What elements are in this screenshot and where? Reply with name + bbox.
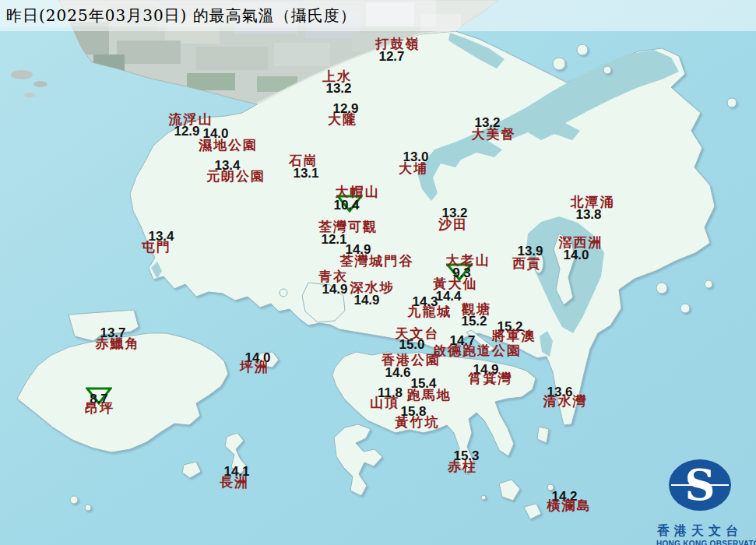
station-name: 九龍城 bbox=[408, 305, 452, 318]
station-name: 元朗公園 bbox=[206, 170, 265, 183]
station-value: 13.1 bbox=[293, 167, 318, 180]
station-name: 觀塘 bbox=[462, 303, 491, 316]
station-name: 荃灣城門谷 bbox=[340, 255, 414, 268]
station-name: 滘西洲 bbox=[559, 236, 603, 249]
station-name: 長洲 bbox=[220, 476, 249, 489]
hko-logo-text-en: HONG KONG OBSERVATORY bbox=[656, 540, 744, 545]
station-name: 將軍澳 bbox=[492, 329, 536, 343]
station-name: 香港公園 bbox=[382, 353, 441, 367]
map-title: 昨日(2025年03月30日) 的最高氣溫（攝氏度） bbox=[6, 5, 357, 26]
svg-text:S: S bbox=[685, 460, 716, 510]
station-name: 荃灣可觀 bbox=[318, 220, 378, 234]
station-name: 啟德跑道公園 bbox=[433, 344, 522, 357]
station-value: 13.8 bbox=[575, 208, 601, 221]
stations-layer: 12.7打鼓嶺13.2上水12.9大隴12.9流浮山14.0濕地公園13.2大美… bbox=[0, 0, 756, 545]
station-name: 跑馬地 bbox=[407, 389, 452, 402]
station-name: 沙田 bbox=[438, 218, 468, 231]
station-name: 大帽山 bbox=[336, 185, 380, 199]
station-name: 大老山 bbox=[446, 254, 491, 267]
station-name: 昂坪 bbox=[85, 402, 114, 415]
station-value: 10.4 bbox=[333, 199, 359, 212]
station-name: 大隴 bbox=[328, 113, 357, 126]
station-name: 深水埗 bbox=[350, 281, 395, 294]
station-name: 坪洲 bbox=[240, 360, 269, 374]
hko-logo-text-cn: 香港天文台 bbox=[656, 523, 744, 540]
station-name: 赤柱 bbox=[448, 460, 477, 473]
station-name: 石崗 bbox=[289, 154, 318, 167]
station-name: 濕地公園 bbox=[199, 139, 258, 152]
station-name: 山頂 bbox=[370, 396, 399, 410]
station-name: 清水灣 bbox=[543, 395, 588, 408]
station-name: 筲箕灣 bbox=[469, 372, 513, 385]
station-name: 大美督 bbox=[472, 128, 516, 141]
hko-logo-icon: S bbox=[656, 453, 744, 519]
station-value: 12.1 bbox=[321, 233, 346, 246]
station-name: 流浮山 bbox=[169, 113, 213, 126]
station-name: 北潭涌 bbox=[571, 195, 615, 209]
station-name: 西貢 bbox=[512, 257, 542, 270]
station-name: 青衣 bbox=[318, 270, 348, 283]
station-name: 黃竹坑 bbox=[396, 416, 440, 429]
station-value: 14.9 bbox=[322, 283, 347, 296]
station-name: 打鼓嶺 bbox=[376, 37, 420, 51]
station-name: 屯門 bbox=[142, 241, 171, 254]
weather-map-page: 昨日(2025年03月30日) 的最高氣溫（攝氏度） 12.7打鼓嶺13.2上水… bbox=[0, 0, 756, 545]
station-value: 14.0 bbox=[563, 248, 589, 262]
station-value: 14.9 bbox=[353, 294, 379, 307]
station-name: 天文台 bbox=[396, 327, 440, 340]
station-name: 上水 bbox=[322, 70, 352, 83]
station-name: 橫瀾島 bbox=[547, 499, 592, 512]
station-value: 12.7 bbox=[378, 50, 404, 63]
hko-logo: S 香港天文台 HONG KONG OBSERVATORY bbox=[656, 453, 744, 545]
station-name: 黃大仙 bbox=[434, 277, 478, 290]
station-value: 14.4 bbox=[435, 290, 461, 303]
station-name: 大埔 bbox=[399, 162, 428, 175]
station-name: 赤鱲角 bbox=[96, 337, 140, 350]
station-value: 14.6 bbox=[385, 366, 410, 379]
